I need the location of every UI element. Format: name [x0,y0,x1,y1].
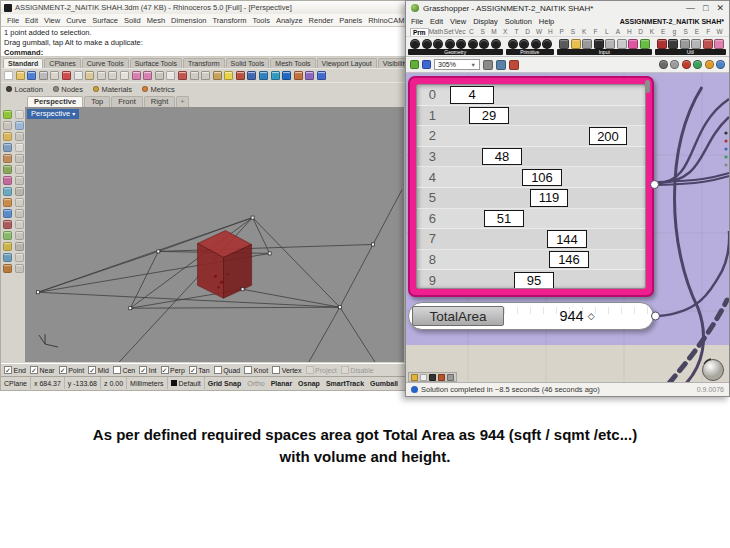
undo-icon[interactable] [97,71,106,80]
rhino-titlebar[interactable]: ASSIGNMENT-2_NAITIK SHAH.3dm (47 KB) - R… [1,1,405,14]
display-blue-icon[interactable] [716,60,725,69]
status-toggle[interactable]: Osnap [295,380,323,387]
category-tab[interactable]: A [612,28,623,35]
input-component-icon[interactable] [594,39,604,49]
rhino-menu-item[interactable]: Analyze [273,16,306,25]
toolbar-tab[interactable]: Visibility [378,58,405,68]
rhino-menu-item[interactable]: Transform [210,16,250,25]
category-tab[interactable]: C [466,28,477,35]
preview-eye-icon[interactable] [496,60,506,70]
profiler-icon[interactable] [411,374,418,381]
input-component-icon[interactable] [628,39,638,49]
open-file-icon[interactable] [16,71,25,80]
sidebar-tool-icon[interactable] [3,110,12,119]
layer-icon[interactable] [305,71,314,80]
sidebar-tool-icon[interactable] [15,143,24,152]
file-widget-icon[interactable] [420,374,427,381]
values-panel[interactable]: 0 4 1 29 2 200 3 48 4 106 [408,76,654,297]
compass-widget-icon[interactable] [429,374,436,381]
category-tab[interactable]: H [545,28,556,35]
toolbar-tab[interactable]: CPlanes [44,58,80,68]
osnap-toggle[interactable]: ✓ Int [139,366,156,374]
preview-shaded-icon[interactable] [670,60,679,69]
geometry-component-icon[interactable] [445,39,455,49]
export-widget-icon[interactable] [447,374,454,381]
rhino-menu-item[interactable]: File [4,16,22,25]
sidebar-tool-icon[interactable] [3,220,12,229]
panel-shortcut[interactable]: Location [6,85,43,94]
category-tab[interactable]: W [533,28,544,35]
rhino-menu-item[interactable]: Render [306,16,337,25]
properties-icon[interactable] [50,71,59,80]
grasshopper-menu-item[interactable]: Solution [505,17,532,26]
panel-scroll-grip[interactable] [645,80,650,93]
osnap-checkbox[interactable]: ✓ [189,366,197,374]
osnap-checkbox[interactable]: ✓ [161,366,169,374]
status-toggle[interactable]: SmartTrack [323,380,367,387]
category-tab[interactable]: g [669,28,680,35]
rhino-menu-item[interactable]: Solid [121,16,144,25]
copy-icon[interactable] [74,71,83,80]
util-component-icon[interactable] [668,39,678,49]
chevron-down-icon[interactable]: ▼ [471,62,476,68]
util-component-icon[interactable] [691,39,701,49]
shade-icon[interactable] [236,71,245,80]
total-area-slider[interactable]: TotalArea 944 ◇ [408,302,654,330]
close-button[interactable]: ✕ [716,3,724,13]
print-icon[interactable] [39,71,48,80]
sidebar-tool-icon[interactable] [3,165,12,174]
sidebar-tool-icon[interactable] [15,209,24,218]
osnap-toggle[interactable]: ✓ End [4,366,26,374]
util-component-icon[interactable] [680,39,690,49]
panel-shortcut[interactable]: Nodes [53,85,83,94]
viewport-layout-icon[interactable] [166,71,175,80]
sidebar-tool-icon[interactable] [3,253,12,262]
category-tab[interactable]: K [646,28,657,35]
osnap-checkbox[interactable]: ✓ [139,366,147,374]
sidebar-tool-icon[interactable] [15,187,24,196]
sphere-blue-icon[interactable] [259,71,268,80]
toolbar-tab[interactable]: Viewport Layout [317,58,377,68]
geometry-component-icon[interactable] [456,39,466,49]
status-cell[interactable]: Millimeters [127,377,167,389]
paste-icon[interactable] [85,71,94,80]
status-cell[interactable]: z 0.00 [101,377,127,389]
osnap-checkbox[interactable] [341,366,349,374]
osnap-checkbox[interactable] [214,366,222,374]
primitive-component-icon[interactable] [531,39,541,49]
sidebar-tool-icon[interactable] [15,165,24,174]
help-icon[interactable] [317,71,326,80]
new-viewport-tab-button[interactable]: + [176,96,188,107]
osnap-toggle[interactable]: Vertex [272,366,301,374]
category-tab[interactable]: P [556,28,567,35]
toolbar-tab[interactable]: Curve Tools [82,58,129,68]
toolbar-tab[interactable]: Transform [183,58,225,68]
zoom-window-icon[interactable] [143,71,152,80]
status-toggle[interactable]: Gumball [367,380,401,387]
render-icon[interactable] [247,71,256,80]
osnap-checkbox[interactable] [306,366,314,374]
category-tab[interactable]: S [477,28,488,35]
viewport-tab[interactable]: Perspective [27,96,83,107]
sketch-pen-icon[interactable] [509,60,519,70]
sidebar-tool-icon[interactable] [3,231,12,240]
sidebar-tool-icon[interactable] [3,132,12,141]
sidebar-tool-icon[interactable] [3,242,12,251]
osnap-checkbox[interactable] [272,366,280,374]
delete-icon[interactable] [62,71,71,80]
osnap-toggle[interactable]: Quad [214,366,241,374]
rhino-menu-item[interactable]: Dimension [168,16,209,25]
new-file-icon[interactable] [4,71,13,80]
sidebar-tool-icon[interactable] [3,209,12,218]
category-tab[interactable]: W [714,28,725,35]
sidebar-tool-icon[interactable] [15,264,24,273]
sidebar-tool-icon[interactable] [15,176,24,185]
category-tab[interactable]: F [703,28,714,35]
preview-off-icon[interactable] [682,60,691,69]
util-component-icon[interactable] [703,39,713,49]
primitive-component-icon[interactable] [519,39,529,49]
primitive-component-icon[interactable] [508,39,518,49]
status-layer-cell[interactable]: Default [168,377,205,389]
category-tab[interactable]: Prm [410,28,429,36]
osnap-toggle[interactable]: ✓ Mid [88,366,109,374]
